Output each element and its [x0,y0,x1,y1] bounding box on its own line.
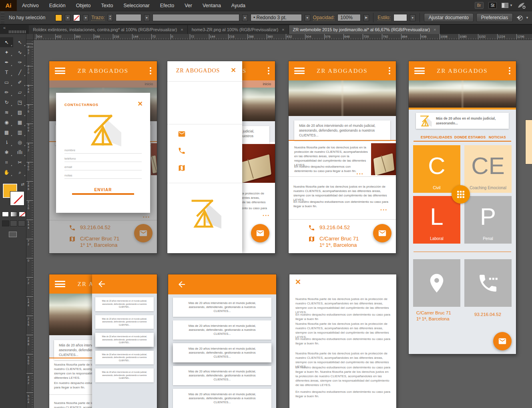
menu-item-3[interactable]: Texto [96,0,118,11]
brush-definition-field[interactable]: • Redondo 3 pt. [251,14,302,21]
tile-laboral[interactable]: L Laboral [413,196,460,244]
eyedropper-tool[interactable]: ⇂ [0,137,13,147]
direct-selection-tool[interactable]: ↖ [13,37,26,47]
eraser-tool[interactable]: ▱ [13,87,26,97]
stroke-label[interactable]: Trazo: [91,15,105,21]
artboard-tool[interactable]: ⌗ [0,157,13,167]
tab-especialidades[interactable]: ESPECIALIDADES [421,135,452,139]
draw-inside-button[interactable] [18,220,25,226]
artboard-text-detail[interactable]: ✕ Nuestra filosofía parte de los derecho… [289,274,396,408]
perspective-grid-tool[interactable]: ▦ [13,117,26,127]
slice-tool[interactable]: ✂ [13,157,26,167]
tab-close-icon[interactable]: × [434,27,436,32]
stroke-width-dropdown-icon[interactable]: ▼ [144,14,150,21]
style-dropdown-icon[interactable]: ▼ [410,14,416,21]
blend-tool[interactable]: ◎ [13,137,26,147]
artboard-news-slide[interactable]: ZR ABOGADOS Más de 20 años interviniendo… [49,274,157,408]
artboard-home[interactable]: ZR ABOGADOS Más de 20 años interviniendo… [289,61,396,253]
curvature-pen-tool[interactable]: ✑ [13,57,26,67]
news-card[interactable]: Más de 20 años interviniendo en el mundo… [173,366,271,385]
stroke-color-swatch[interactable] [73,14,80,21]
lasso-tool[interactable]: ∿ [13,47,26,57]
back-button[interactable] [97,279,106,289]
gradient-tool[interactable]: ▥ [13,127,26,137]
zoom-tool[interactable]: ⌕ [13,167,26,177]
news-card[interactable]: Más de 20 años interviniendo en el mundo… [173,343,271,362]
kebab-menu-icon[interactable] [389,67,390,74]
swap-fill-stroke-icon[interactable]: ⇄ [21,182,24,186]
name-field[interactable]: nombre [64,146,142,154]
opacity-label[interactable]: Opacidad: [313,15,335,21]
stroke-width-stepper[interactable]: ▲▼ [108,14,113,21]
news-card[interactable]: Más de 20 años interviniendo en el mundo… [173,389,271,408]
mail-fab[interactable] [493,332,512,350]
footer-phone-row[interactable]: 93.216.04.52 [308,224,350,231]
column-graph-tool[interactable]: ıllı [13,147,26,157]
stepper-down-icon[interactable]: ▼ [109,18,111,20]
fill-color-swatch[interactable] [55,14,62,21]
tab-close-icon[interactable]: × [181,27,183,32]
mail-fab[interactable] [373,224,391,242]
tab-donde-estamos[interactable]: DONDE ESTAMOS [454,135,486,139]
phone-label[interactable]: 93.216.04.52 [474,312,501,318]
profile-dropdown-icon[interactable]: ▼ [242,14,248,21]
apps-grid-button[interactable] [452,185,470,204]
more-dots[interactable]: ••• [357,172,364,176]
chevron-down-icon[interactable]: ▼ [526,16,529,20]
draw-normal-button[interactable] [2,220,9,226]
bridge-button[interactable]: Br [475,2,484,9]
close-icon[interactable]: ✕ [295,278,301,286]
menu-item-5[interactable]: Efecto [155,0,179,11]
shape-builder-tool[interactable]: ◉ [0,117,13,127]
paintbrush-tool[interactable]: ✐ [13,77,26,87]
hamburger-menu-icon[interactable] [55,280,65,289]
pen-tool[interactable]: ✒ [0,57,13,67]
collapse-panels-icon[interactable]: « [0,25,9,30]
news-card[interactable]: Más de 20 años interviniendo en el mundo… [95,315,154,329]
stroke-width-field[interactable] [116,14,141,21]
stroke-color-control[interactable] [10,192,24,205]
symbol-sprayer-tool[interactable]: ❃ [0,147,13,157]
menu-item-0[interactable]: Archivo [17,0,44,11]
news-card[interactable]: Más de 20 años interviniendo en el mundo… [95,351,154,365]
opacity-expand-icon[interactable]: ▶ [363,14,369,21]
scale-tool[interactable]: ◳ [13,97,26,107]
ruler-origin-corner[interactable] [26,34,34,40]
news-card[interactable]: Más de 20 años interviniendo en el mundo… [95,297,154,311]
mesh-tool[interactable]: ▩ [0,127,13,137]
preferences-button[interactable]: Preferencias [476,13,513,22]
tab-scrollbar[interactable] [9,30,26,33]
variable-width-profile-field[interactable] [153,14,239,21]
stock-button[interactable]: St [488,2,497,9]
workspace-switcher[interactable]: ▼ [502,3,513,8]
drawer-mail-item[interactable] [178,130,186,138]
location-tile[interactable] [413,259,460,307]
news-card[interactable]: Más de 20 años interviniendo en el mundo… [95,368,154,382]
free-transform-tool[interactable]: ▧ [13,107,26,117]
line-segment-tool[interactable]: ╱ [13,67,26,77]
fill-dropdown-arrow-icon[interactable]: ▼ [65,14,70,21]
nav-inicio[interactable]: inicio [263,82,271,86]
menu-item-7[interactable]: Ventana [197,0,226,11]
stroke-dropdown-arrow-icon[interactable]: ▼ [83,14,88,21]
artboard-contact-form[interactable]: inicio Más de 20 años interviniendo en e… [49,61,157,253]
screen-mode-button[interactable] [9,232,17,237]
send-button[interactable]: ENVIAR [56,188,150,192]
brush-dropdown-icon[interactable]: ▼ [305,14,310,21]
menu-item-2[interactable]: Objeto [71,0,96,11]
artboard-specialties[interactable]: ZR ABOGADOS Más de 20 años en el mundo j… [409,61,516,354]
document-tab[interactable]: ZR webmobile 2015 by jordimarcillo.ai* a… [289,25,441,34]
pencil-tool[interactable]: ✏ [0,87,13,97]
document-tab[interactable]: home3-ZR.png al 100% (RGB/Previsualizar)… [188,25,289,34]
type-tool[interactable]: T [0,67,13,77]
menu-item-6[interactable]: Ver [179,0,197,11]
vertical-ruler[interactable]: 7927206485765044323602882161447207214421… [26,40,34,408]
isolate-selection-icon[interactable] [516,14,523,21]
partial-artboard[interactable] [526,120,532,164]
artboard-menu-drawer[interactable]: ZR ABOGADOS inicio Más de 20 años interv… [167,61,275,253]
footer-address[interactable]: C/Carrer Bruc 711º 1ª, Barcelona [319,236,359,248]
width-tool[interactable]: ≋ [0,107,13,117]
color-mode-button[interactable] [2,212,9,217]
notes-field[interactable]: notas [64,171,142,179]
back-button[interactable] [177,280,187,289]
